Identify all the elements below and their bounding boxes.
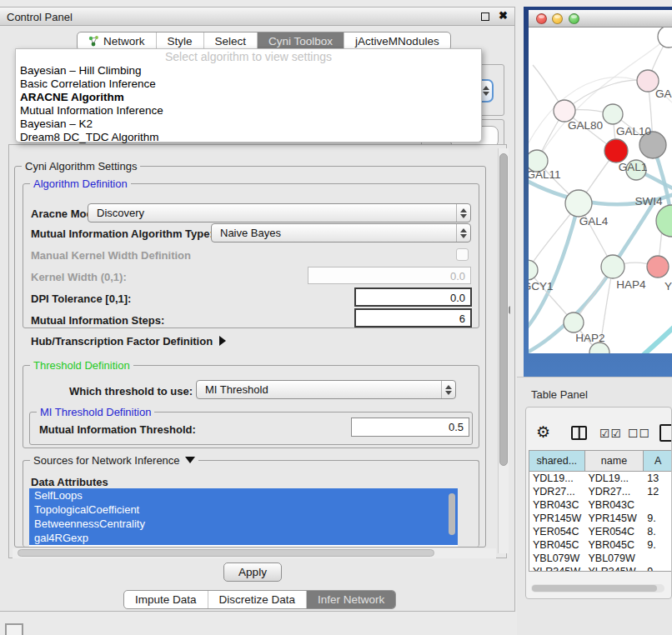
node-gcy1[interactable] bbox=[529, 260, 538, 280]
kernel-width-field[interactable]: 0.0 bbox=[308, 267, 471, 284]
network-canvas[interactable]: GALGAL80GAL10GAL1GAL11SWI4GAL4GCY1HAP4YH… bbox=[529, 28, 672, 353]
table-cell: YPR145W bbox=[584, 512, 644, 525]
threshold-definition-title: Threshold Definition bbox=[30, 359, 133, 372]
tab-label: Network bbox=[103, 35, 145, 48]
checked-boxes-icon[interactable]: ☑☑ bbox=[599, 427, 622, 440]
table-cell: YER054C bbox=[584, 525, 644, 538]
node-swi4[interactable] bbox=[656, 205, 672, 237]
algorithm-option-dream8-dc-tdc-algorithm[interactable]: Dream8 DC_TDC Algorithm bbox=[16, 131, 481, 144]
table-cell: 9. bbox=[644, 538, 672, 552]
apply-button[interactable]: Apply bbox=[223, 562, 282, 582]
stepper-up-icon bbox=[483, 86, 489, 90]
node-unlabeled-top[interactable] bbox=[658, 28, 672, 48]
tab-cyni-toolbox[interactable]: Cyni Toolbox bbox=[257, 32, 344, 50]
table-row[interactable]: YER054CYER054C8. bbox=[529, 525, 672, 538]
tab-style[interactable]: Style bbox=[156, 32, 203, 50]
tab-label: Cyni Toolbox bbox=[268, 35, 333, 48]
attribute-item-topologicalcoefficient[interactable]: TopologicalCoefficient bbox=[29, 502, 458, 517]
table-horizontal-scrollbar[interactable] bbox=[531, 584, 664, 592]
manual-kernel-width-checkbox[interactable] bbox=[456, 248, 469, 261]
table-header-row: shared...nameA bbox=[529, 451, 672, 472]
attribute-item-selfloops[interactable]: SelfLoops bbox=[29, 488, 458, 502]
control-panel-window: Control Panel ✖ NetworkStyleSelectCyni T… bbox=[0, 7, 515, 612]
algorithm-dropdown-items: Bayesian – Hill ClimbingBasic Correlatio… bbox=[16, 64, 481, 144]
node-hap2[interactable] bbox=[564, 312, 584, 332]
table-row[interactable]: YPR145WYPR145W9. bbox=[529, 512, 672, 525]
tab-discretize-data[interactable]: Discretize Data bbox=[208, 591, 307, 608]
stepper-down-icon bbox=[445, 391, 452, 395]
aracne-mode-select[interactable]: Discovery bbox=[88, 203, 471, 222]
algorithm-option-basic-correlation-inference[interactable]: Basic Correlation Inference bbox=[16, 78, 481, 91]
which-threshold-select[interactable]: MI Threshold bbox=[196, 380, 456, 399]
split-columns-icon[interactable] bbox=[571, 426, 587, 440]
table-row[interactable]: YDR27...YDR27...12 bbox=[529, 485, 672, 498]
kernel-width-label: Kernel Width (0,1): bbox=[31, 271, 127, 283]
mi-steps-field[interactable]: 6 bbox=[354, 308, 472, 328]
unchecked-boxes-icon[interactable]: ☐☐ bbox=[628, 427, 650, 440]
tab-select[interactable]: Select bbox=[203, 32, 258, 50]
table-row[interactable]: YLR345WYLR345W9. bbox=[529, 565, 672, 572]
mi-algorithm-type-select[interactable]: Naive Bayes bbox=[211, 223, 471, 242]
gear-icon[interactable]: ⚙ bbox=[536, 423, 550, 442]
tab-impute-data[interactable]: Impute Data bbox=[124, 591, 208, 608]
table-row[interactable]: YDL19...YDL19...13 bbox=[529, 472, 672, 485]
list-scrollbar-thumb[interactable] bbox=[449, 493, 455, 535]
node-gal10[interactable] bbox=[603, 104, 623, 124]
mi-algorithm-type-label: Mutual Information Algorithm Type: bbox=[31, 228, 213, 240]
document-icon[interactable] bbox=[659, 424, 672, 442]
table-cell: YER054C bbox=[529, 525, 584, 538]
table-row[interactable]: YBR045CYBR045C9. bbox=[529, 538, 672, 552]
table-cell: YBR045C bbox=[529, 538, 584, 552]
tab-network[interactable]: Network bbox=[78, 32, 156, 50]
attribute-item-betweennesscentrality[interactable]: BetweennessCentrality bbox=[29, 517, 458, 531]
tab-label: Style bbox=[168, 35, 193, 48]
minimized-panel-icon[interactable] bbox=[5, 623, 23, 635]
algorithm-option-bayesian-hill-climbing[interactable]: Bayesian – Hill Climbing bbox=[16, 64, 481, 78]
table-row[interactable]: YBR043CYBR043C bbox=[529, 498, 672, 512]
network-window-titlebar[interactable] bbox=[529, 10, 672, 28]
cyni-algorithm-settings-title: Cyni Algorithm Settings bbox=[22, 160, 140, 172]
algorithm-option-mutual-information-inference[interactable]: Mutual Information Inference bbox=[16, 104, 481, 118]
sources-group-title[interactable]: Sources for Network Inference bbox=[30, 454, 198, 467]
tab-jactivemnodules[interactable]: jActiveMNodules bbox=[344, 32, 450, 50]
table-horizontal-scrollbar-thumb[interactable] bbox=[532, 585, 657, 592]
node-hap4[interactable] bbox=[601, 255, 624, 278]
which-threshold-label: Which threshold to use: bbox=[69, 385, 193, 398]
settings-vertical-scrollbar-thumb[interactable] bbox=[499, 153, 508, 466]
hub-definition-toggle[interactable]: Hub/Transcription Factor Definition bbox=[31, 335, 226, 348]
mi-threshold-field[interactable]: 0.5 bbox=[351, 418, 469, 437]
table-cell: YDR27... bbox=[584, 485, 644, 498]
stepper-up-icon bbox=[460, 228, 467, 232]
settings-horizontal-scrollbar-thumb[interactable] bbox=[18, 549, 434, 557]
column-header-a[interactable]: A bbox=[644, 451, 672, 471]
table-row[interactable]: YBL079WYBL079W bbox=[529, 552, 672, 565]
algorithm-dropdown-popup: Select algorithm to view settings Bayesi… bbox=[15, 48, 482, 142]
node-salmon[interactable] bbox=[647, 256, 669, 278]
float-window-icon[interactable] bbox=[481, 12, 489, 21]
data-attributes-list[interactable]: SelfLoopsTopologicalCoefficientBetweenne… bbox=[29, 488, 458, 547]
settings-scrollpane: Cyni Algorithm Settings Algorithm Defini… bbox=[8, 144, 507, 558]
column-header-name[interactable]: name bbox=[585, 451, 644, 471]
network-edge[interactable] bbox=[639, 321, 672, 353]
dpi-tolerance-field[interactable]: 0.0 bbox=[354, 288, 472, 307]
column-header-shared[interactable]: shared... bbox=[529, 451, 585, 471]
attribute-item-gal4rgexp[interactable]: gal4RGexp bbox=[29, 531, 458, 545]
node-gal1[interactable] bbox=[604, 139, 628, 162]
table-panel: Table Panel ⚙ ☑☑ ☐☐ shared...nameA YDL19… bbox=[517, 377, 672, 635]
table-cell: YBL079W bbox=[529, 552, 584, 565]
algorithm-option-aracne-algorithm[interactable]: ARACNE Algorithm bbox=[16, 91, 481, 104]
table-cell: 9. bbox=[644, 512, 672, 525]
algorithm-option-bayesian-k2[interactable]: Bayesian – K2 bbox=[16, 118, 481, 131]
close-traffic-light-icon[interactable] bbox=[536, 13, 547, 24]
tab-label: Discretize Data bbox=[219, 593, 296, 606]
node-label-swi4: SWI4 bbox=[634, 195, 662, 208]
node-gal4[interactable] bbox=[565, 190, 592, 217]
close-icon[interactable]: ✖ bbox=[499, 9, 508, 22]
tab-infer-network[interactable]: Infer Network bbox=[306, 591, 395, 608]
settings-horizontal-scrollbar[interactable] bbox=[13, 548, 496, 558]
zoom-traffic-light-icon[interactable] bbox=[569, 13, 579, 24]
minimize-traffic-light-icon[interactable] bbox=[552, 13, 563, 24]
table-cell: YLR345W bbox=[584, 565, 644, 572]
settings-vertical-scrollbar[interactable] bbox=[498, 148, 509, 553]
node-label-hap4: HAP4 bbox=[616, 278, 646, 291]
